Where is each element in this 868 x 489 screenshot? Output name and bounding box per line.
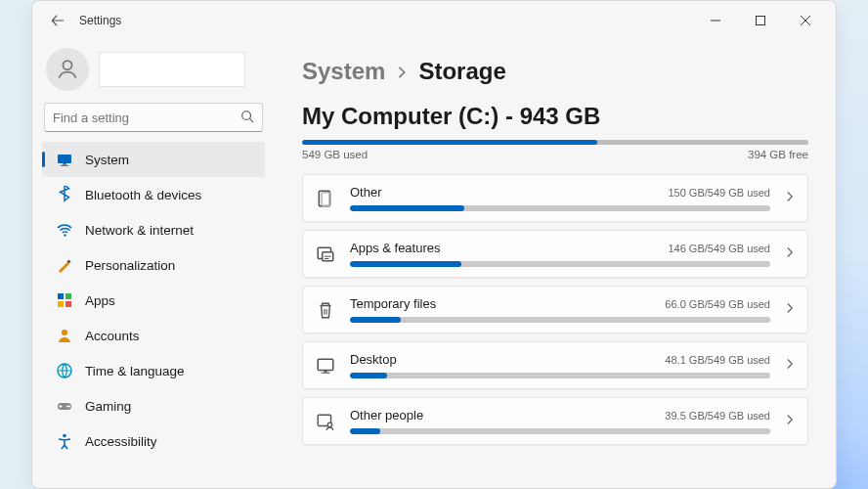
apps-icon	[56, 291, 73, 309]
brush-icon	[56, 256, 73, 274]
profile-name-box	[99, 52, 245, 87]
category-name: Other	[350, 185, 382, 200]
nav-item-label: Network & internet	[85, 223, 194, 238]
storage-category-desktop[interactable]: Desktop48.1 GB/549 GB used	[302, 341, 808, 389]
storage-category-other[interactable]: Other150 GB/549 GB used	[302, 174, 808, 222]
storage-category-other-people[interactable]: Other people39.5 GB/549 GB used	[302, 397, 808, 445]
maximize-icon	[756, 16, 765, 25]
category-bar	[350, 373, 770, 378]
trash-icon	[315, 300, 336, 320]
close-button[interactable]	[783, 5, 828, 36]
bluetooth-icon	[56, 186, 73, 203]
appsfeat-icon	[315, 244, 336, 264]
nav-item-accessibility[interactable]: Accessibility	[42, 423, 265, 459]
search-input[interactable]	[53, 111, 240, 125]
minimize-button[interactable]	[693, 5, 738, 36]
svg-point-2	[242, 111, 251, 119]
nav-item-label: Accounts	[85, 329, 140, 343]
nav-item-gaming[interactable]: Gaming	[42, 388, 265, 423]
nav-item-label: Bluetooth & devices	[85, 188, 201, 202]
search-icon	[240, 110, 254, 126]
category-name: Other people	[350, 408, 423, 422]
avatar	[46, 48, 89, 91]
person-icon	[56, 327, 73, 344]
category-name: Desktop	[350, 352, 397, 367]
category-bar	[350, 261, 770, 267]
category-bar	[350, 317, 770, 323]
storage-category-temporary-files[interactable]: Temporary files66.0 GB/549 GB used	[302, 286, 808, 333]
chevron-right-icon	[784, 358, 796, 373]
nav-item-bluetooth-devices[interactable]: Bluetooth & devices	[42, 177, 265, 212]
category-name: Temporary files	[350, 296, 436, 311]
breadcrumb: System Storage	[302, 58, 808, 85]
back-arrow-icon	[51, 14, 65, 27]
category-stat: 48.1 GB/549 GB used	[665, 354, 770, 366]
nav-item-label: Time & language	[85, 364, 185, 378]
category-stat: 39.5 GB/549 GB used	[665, 410, 770, 422]
category-stat: 150 GB/549 GB used	[668, 187, 770, 199]
globe-icon	[56, 362, 73, 379]
chevron-right-icon	[784, 302, 796, 317]
drive-title: My Computer (C:) - 943 GB	[302, 103, 808, 130]
person-icon	[55, 57, 80, 82]
app-title: Settings	[79, 14, 121, 27]
chevron-right-icon	[784, 246, 796, 261]
storage-category-apps-features[interactable]: Apps & features146 GB/549 GB used	[302, 230, 808, 278]
wifi-icon	[56, 221, 73, 239]
category-bar	[350, 205, 770, 211]
nav-item-personalization[interactable]: Personalization	[42, 247, 265, 283]
desktop-icon	[315, 356, 336, 376]
maximize-button[interactable]	[738, 5, 783, 36]
nav-item-label: Gaming	[85, 399, 131, 414]
nav-item-apps[interactable]: Apps	[42, 283, 265, 318]
breadcrumb-current: Storage	[418, 58, 505, 85]
drive-used-label: 549 GB used	[302, 149, 368, 160]
back-button[interactable]	[46, 9, 69, 32]
nav-item-time-language[interactable]: Time & language	[42, 353, 265, 388]
nav-item-network-internet[interactable]: Network & internet	[42, 212, 265, 247]
svg-rect-0	[757, 17, 765, 25]
nav-item-label: Accessibility	[85, 434, 157, 449]
close-icon	[801, 16, 810, 25]
titlebar: Settings	[32, 1, 836, 40]
nav-item-system[interactable]: System	[42, 142, 265, 177]
category-bar	[350, 428, 770, 434]
monitor-icon	[56, 151, 73, 168]
search-box[interactable]	[44, 103, 263, 132]
category-name: Apps & features	[350, 241, 441, 255]
drive-meta: 549 GB used 394 GB free	[302, 149, 808, 160]
category-stat: 146 GB/549 GB used	[668, 243, 770, 254]
settings-window: Settings SystemBluet	[31, 0, 837, 489]
nav-item-label: Personalization	[85, 258, 175, 273]
chevron-right-icon	[395, 58, 409, 85]
category-stat: 66.0 GB/549 GB used	[665, 298, 770, 310]
main-content: System Storage My Computer (C:) - 943 GB…	[275, 40, 836, 488]
chevron-right-icon	[784, 191, 796, 205]
sidebar: SystemBluetooth & devicesNetwork & inter…	[32, 40, 275, 488]
drive-usage-bar	[302, 140, 808, 145]
breadcrumb-parent[interactable]: System	[302, 58, 385, 85]
nav-item-accounts[interactable]: Accounts	[42, 318, 265, 353]
profile-area[interactable]	[42, 46, 265, 103]
minimize-icon	[711, 16, 720, 25]
otherpeople-icon	[315, 412, 336, 431]
drive-free-label: 394 GB free	[748, 149, 808, 160]
page-icon	[315, 189, 336, 208]
accessibility-icon	[56, 432, 73, 450]
svg-point-1	[63, 61, 71, 69]
nav-list: SystemBluetooth & devicesNetwork & inter…	[42, 142, 265, 488]
chevron-right-icon	[784, 414, 796, 428]
nav-item-label: System	[85, 153, 129, 167]
gamepad-icon	[56, 397, 73, 415]
nav-item-label: Apps	[85, 293, 115, 308]
